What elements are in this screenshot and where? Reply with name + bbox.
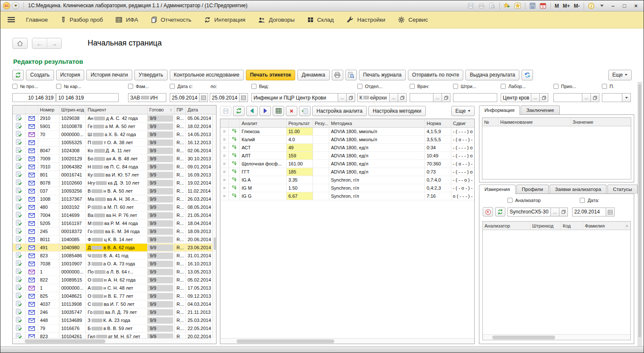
patient-row[interactable]: 246 10035747 Гова Л. Д. 79 лет 9/9 R... … (13, 308, 212, 316)
sample-number-input[interactable] (12, 93, 56, 102)
patient-row[interactable]: 7010 10064382 Нов П. С. 84 года 9/9 R...… (13, 163, 212, 171)
approve-button[interactable]: Утвердить (134, 70, 168, 80)
analyzer-open-icon[interactable] (559, 208, 568, 216)
close-button[interactable]: × (631, 3, 641, 9)
department-ellipsis-button[interactable]: ... (390, 93, 398, 102)
send-mail-button[interactable]: Отправить по почте (408, 70, 464, 80)
department-input[interactable]: Кейрохи (357, 93, 390, 102)
study-type-open-icon[interactable] (347, 93, 355, 102)
patient-row[interactable]: 5901 10100878 Геа М. А. 50 лет 9/9 R... … (13, 122, 212, 131)
patient-row[interactable]: 7004 1014699 Вава Н. Р. 76 лет 9/9 R... … (13, 211, 212, 219)
result-row[interactable]: = АСТ 49 ADVIA 1800, ед/л 0:34 - ( - - -… (220, 144, 474, 152)
dynamics-button[interactable]: Динамика (297, 70, 329, 80)
create-button[interactable]: Создать (26, 70, 54, 80)
result-row[interactable]: = ГГТ 185 ADVIA 1800, ед/л 0:73 - ( - - … (220, 168, 474, 176)
measurements-table-header[interactable]: Анализатор Штрихкод Код Фамилия ▲ (483, 222, 630, 230)
patient-row[interactable]: 4037 10113908 Сва И. Г. 50 лет 9/9 R... … (13, 300, 212, 308)
surname-input[interactable]: ЗАВИН (128, 93, 166, 102)
patient-row[interactable]: 8047 1024308 Ко Д. А. 11 лет 9/9 R... 02… (13, 147, 212, 155)
patient-row[interactable]: 480 1003192 Ра М. П. 60 лет 9/9 R... 08.… (13, 203, 212, 211)
control-study-button[interactable]: Контрольное исследование (170, 70, 244, 80)
refresh-measurements-button[interactable] (495, 207, 505, 216)
hamburger-menu-icon[interactable] (6, 16, 16, 24)
barcode-input[interactable] (453, 93, 497, 102)
refresh-button[interactable] (12, 70, 24, 80)
card-number-input[interactable] (56, 93, 119, 102)
date-to-calendar-icon[interactable] (239, 93, 248, 102)
memory-subtract-button[interactable]: M- (573, 3, 581, 9)
calculator-icon[interactable] (528, 2, 537, 10)
patient-row[interactable]: 037 10093256 Вн В. А. 50 лет 9/9 R... 11… (13, 187, 212, 195)
memory-recall-button[interactable]: M (553, 3, 560, 9)
calendar-icon[interactable]: 31 (539, 2, 548, 10)
menu-item-ifa[interactable]: ИФА (111, 14, 143, 26)
doctor-input[interactable] (410, 93, 433, 102)
results-horizontal-scrollbar[interactable] (220, 338, 474, 344)
patients-horizontal-scrollbar[interactable] (13, 338, 212, 344)
priority-ellipsis-button[interactable]: ... (582, 93, 591, 102)
save-icon[interactable] (466, 2, 476, 10)
p-combo-input[interactable] (602, 93, 622, 102)
previous-arrow-button[interactable] (246, 106, 258, 116)
patient-row[interactable]: 825 10048621 Он В. Е. 77 лет 9/9 R... 09… (13, 292, 212, 300)
patient-row[interactable]: 2910 1029038 Анд А. С. 42 года 9/9 R... … (13, 114, 212, 122)
patient-row[interactable]: 801 00016741 Кува И. Ю. 57 лет 9/9 R... … (13, 171, 212, 179)
patients-vertical-scrollbar[interactable] (212, 114, 216, 338)
results-table-header[interactable]: Аналит Результат Резу... Методика Норма … (220, 119, 474, 128)
laboratory-ellipsis-button[interactable]: ... (531, 93, 540, 102)
tab-information[interactable]: Информация (479, 105, 520, 115)
patient-row[interactable]: 10055325 Пт О. А. 38 лет 9/9 R... 16.12.… (13, 139, 212, 147)
patient-row[interactable]: 8011 1040085 Фц К. В. 14 лет 9/9 R... 20… (13, 236, 212, 244)
menu-item-service[interactable]: Сервис (393, 14, 433, 26)
exchange-button[interactable] (521, 70, 533, 80)
tab-conclusion[interactable]: Заключение (521, 105, 559, 115)
date-from-input[interactable] (170, 93, 199, 102)
delete-result-button[interactable]: × (286, 106, 297, 116)
print-journal-button[interactable]: Печать журнала (359, 70, 406, 80)
study-type-ellipsis-button[interactable]: ... (338, 93, 347, 102)
result-row[interactable]: = Глюкоза 11.00 ADVIA 1800, ммоль/л 4,1:… (220, 128, 474, 136)
date-from-checkbox[interactable] (170, 84, 175, 89)
memory-add-button[interactable]: M+ (561, 3, 571, 9)
patient-row[interactable]: 1008 10137367 Мава А. Н. 36 л... 9/9 R..… (13, 195, 212, 203)
info-icon[interactable]: i (587, 2, 596, 10)
laboratory-open-icon[interactable] (540, 93, 548, 102)
issue-result-button[interactable]: Выдача результата (465, 70, 519, 80)
history-button[interactable]: История (56, 70, 85, 80)
patient-row[interactable]: 1 0000000... Ан С. Н. 48 лет 9/9 R... 17… (13, 284, 212, 292)
patient-row[interactable]: 79 1016676 Бв В. В. 59 лет 9/9 R... 22.0… (13, 325, 212, 333)
results-more-button[interactable]: Еще (451, 106, 475, 116)
p-dropdown-icon[interactable] (622, 93, 631, 102)
result-row[interactable]: = Щелочная фосф... 161.00 ADVIA 1800, ед… (220, 160, 474, 168)
result-row[interactable]: = Калий 4.0 ADVIA 1800, ммоль/л 3,5:5,5 … (220, 136, 474, 144)
page-vertical-scrollbar[interactable] (638, 82, 642, 347)
date-to-input[interactable] (210, 93, 239, 102)
study-type-checkbox[interactable] (251, 84, 256, 89)
more-button[interactable]: Еще (608, 70, 632, 80)
laboratory-input[interactable] (501, 93, 531, 102)
add-favorite-icon[interactable] (502, 2, 512, 10)
tab-statuses[interactable]: Статусы (607, 185, 638, 194)
priority-input[interactable] (553, 93, 582, 102)
analyzer-ellipsis-button[interactable]: ... (551, 208, 559, 216)
patient-row[interactable]: 823 10104261 Гилат М. Н. 67 лет 9/9 R 20… (13, 333, 212, 338)
refresh-results-button[interactable] (233, 106, 245, 116)
tab-analyzer-requests[interactable]: Заявки анализатора (550, 185, 607, 194)
result-row[interactable]: = АЛТ 159 ADVIA 1800, ед/л 10:49 - ( - -… (220, 152, 474, 160)
priority-open-icon[interactable] (591, 93, 599, 102)
result-row[interactable]: = IG A 3.35 Synchron, г/л 0,7:4,0 - ( - … (220, 176, 474, 184)
p-checkbox[interactable] (602, 84, 607, 89)
minimize-button[interactable]: – (608, 3, 618, 9)
maximize-button[interactable]: □ (619, 3, 630, 9)
print-preview-button[interactable] (345, 70, 357, 80)
patients-table-header[interactable]: Номер Штрих-код Пациент Готово↑ ПР Дата (13, 105, 216, 114)
patient-row[interactable]: 822 10089515 Он А. Н. 62 года 9/9 R... 0… (13, 276, 212, 284)
patient-row[interactable]: 245 00018372 Гова Е. М. 34 года 9/9 R...… (13, 228, 212, 236)
doctor-ellipsis-button[interactable]: ... (433, 93, 442, 102)
cancel-search-button[interactable]: × (483, 207, 493, 216)
table-grid-button[interactable] (273, 106, 284, 116)
back-button[interactable]: ← (32, 38, 47, 48)
surname-checkbox[interactable] (128, 84, 133, 89)
patient-row[interactable]: 823 10085486 Ч В. А. 41 год 9/9 R... 31.… (13, 252, 212, 260)
favorites-icon[interactable] (513, 2, 522, 10)
